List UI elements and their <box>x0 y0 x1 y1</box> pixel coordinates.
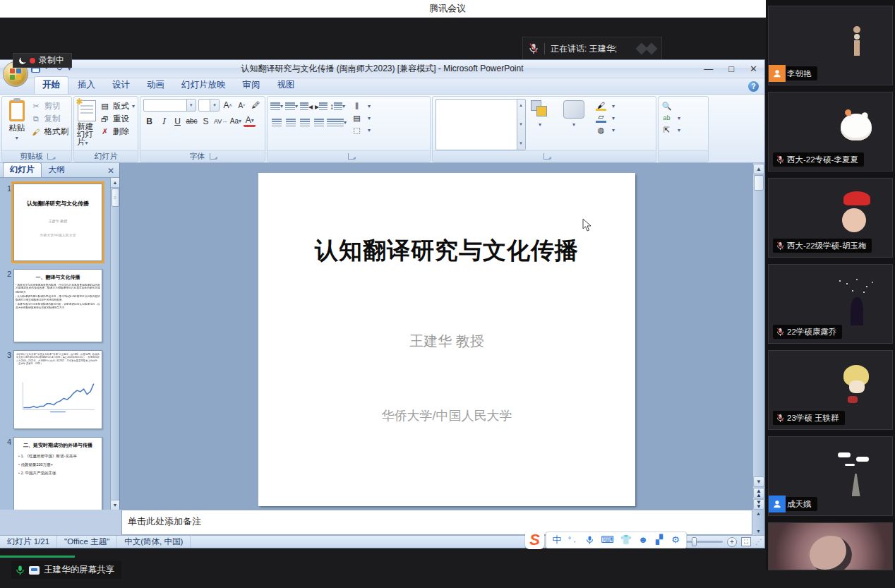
thumbnail-row-4[interactable]: 4 二、延安时期成功的外译与传播 1. 《红星照耀中国》斯诺-吴亮平 伦敦销量2… <box>3 437 108 510</box>
shapes-scrollbar[interactable]: ▲▼▼ <box>517 100 525 150</box>
next-slide-button[interactable]: ▼▼ <box>753 499 764 510</box>
strikethrough-button[interactable]: abc <box>186 115 198 127</box>
dialog-launcher-icon[interactable] <box>210 153 216 160</box>
voice-input-icon[interactable] <box>584 535 594 545</box>
current-slide[interactable]: 认知翻译研究与文化传播 王建华 教授 华侨大学/中国人民大学 <box>258 173 635 506</box>
notes-placeholder[interactable]: 单击此处添加备注 <box>128 516 201 527</box>
text-direction-button[interactable]: ⫼▾ <box>352 101 371 111</box>
cut-button[interactable]: ✂剪切 <box>31 101 69 112</box>
shape-fill-button[interactable]: 🖌▾ <box>596 101 615 111</box>
select-button[interactable]: ⇱▾ <box>661 125 680 135</box>
scroll-up-icon[interactable]: ▲ <box>111 178 120 188</box>
dialog-launcher-icon[interactable] <box>348 153 354 160</box>
scroll-up-icon[interactable]: ▲ <box>753 164 764 174</box>
help-icon[interactable]: ? <box>748 81 759 92</box>
slide-3-thumbnail[interactable]: 本研究以"文化外译""中国文化外译""外译"为主题词，在CNKI（中国知网）收集… <box>13 350 102 429</box>
tab-review[interactable]: 审阅 <box>235 77 268 94</box>
participant-tile[interactable]: 23学硕 王轶群 <box>768 350 893 430</box>
ppt-close-button[interactable]: ✕ <box>750 64 757 74</box>
participant-tile[interactable]: 西大-22专硕-李夏夏 <box>768 92 893 172</box>
participant-tile[interactable]: 西大-22级学硕-胡玉梅 <box>768 178 893 258</box>
sogou-logo-icon[interactable]: S <box>525 530 544 549</box>
thumbnail-row-1[interactable]: 1 认知翻译研究与文化传播 王建华 教授 华侨大学/中国人民大学 <box>3 184 108 261</box>
participant-tile[interactable]: 22学硕康露乔 <box>768 264 893 344</box>
punctuation-icon[interactable]: °， <box>568 535 578 545</box>
skin-icon[interactable]: 👕 <box>620 534 632 545</box>
previous-slide-button[interactable]: ▲▲ <box>753 488 764 498</box>
new-slide-button[interactable]: 新建幻灯片▾ <box>77 99 97 150</box>
shadow-button[interactable]: S <box>200 115 212 127</box>
increase-indent-button[interactable]: ▸ <box>315 100 328 112</box>
reset-button[interactable]: 🗗重设 <box>100 114 135 124</box>
resize-grip[interactable]: ⋰ <box>755 538 762 546</box>
settings-gear-icon[interactable]: ⚙ <box>671 534 680 545</box>
scroll-down-icon[interactable]: ▼ <box>111 500 120 510</box>
bold-button[interactable]: B <box>143 115 155 127</box>
slide-1-thumbnail[interactable]: 认知翻译研究与文化传播 王建华 教授 华侨大学/中国人民大学 <box>13 184 102 261</box>
shapes-gallery[interactable]: ▲▼▼ <box>436 99 526 150</box>
dialog-launcher-icon[interactable] <box>47 153 54 160</box>
justify-button[interactable] <box>313 116 325 128</box>
thumbnail-row-2[interactable]: 2 一、翻译与文化传播 高效的文化传播需要高质量的翻译。任何文化只有高质量地翻译… <box>3 269 108 342</box>
tab-home[interactable]: 开始 <box>34 76 68 94</box>
emoji-icon[interactable]: ☻ <box>638 534 648 545</box>
underline-button[interactable]: U <box>172 115 184 127</box>
paste-button[interactable]: 粘贴▾ <box>5 99 29 150</box>
tab-slideshow[interactable]: 幻灯片放映 <box>174 77 234 94</box>
align-text-button[interactable]: ▤▾ <box>352 113 371 123</box>
grow-font-button[interactable]: A˄ <box>222 100 234 112</box>
slide-4-thumbnail[interactable]: 二、延安时期成功的外译与传播 1. 《红星照耀中国》斯诺-吴亮平 伦敦销量230… <box>13 437 102 510</box>
fit-to-window-icon[interactable]: ⛶ <box>741 537 751 546</box>
tab-slides-thumbnails[interactable]: 幻灯片 <box>3 162 42 177</box>
dialog-launcher-icon[interactable] <box>543 153 550 160</box>
thumbnail-row-3[interactable]: 3 本研究以"文化外译""中国文化外译""外译"为主题词，在CNKI（中国知网）… <box>3 350 108 429</box>
tab-animations[interactable]: 动画 <box>139 77 172 94</box>
delete-slide-button[interactable]: ✗删除 <box>100 126 135 137</box>
tab-outline[interactable]: 大纲 <box>42 163 71 177</box>
panel-scrollbar[interactable]: ▲ ≡ ▼ <box>110 178 119 510</box>
scrollbar-thumb[interactable] <box>754 175 764 191</box>
tab-insert[interactable]: 插入 <box>70 77 103 94</box>
ppt-minimize-button[interactable]: — <box>704 64 713 74</box>
align-left-button[interactable] <box>270 116 282 128</box>
clear-formatting-button[interactable]: 🖉 <box>250 100 262 112</box>
font-name-combo[interactable]: ▾ <box>143 99 196 112</box>
slide-affiliation[interactable]: 华侨大学/中国人民大学 <box>258 407 635 424</box>
zoom-in-button[interactable]: + <box>727 537 737 547</box>
panel-close-icon[interactable]: ✕ <box>105 166 116 177</box>
convert-smartart-button[interactable]: ⬚▾ <box>352 125 371 135</box>
tab-view[interactable]: 视图 <box>270 77 303 94</box>
quick-styles-button[interactable]: ▾ <box>554 99 594 150</box>
main-vertical-scrollbar[interactable]: ▲ ▼ ▲▲ ▼▼ <box>752 163 764 510</box>
font-size-combo[interactable]: ▾ <box>198 99 220 112</box>
font-color-button[interactable]: A▾ <box>244 115 256 127</box>
scroll-down-icon[interactable]: ▼ <box>753 476 764 487</box>
numbering-button[interactable]: ▾ <box>285 100 298 112</box>
zoom-slider-thumb[interactable] <box>692 537 697 546</box>
toolbox-icon[interactable]: ▞ <box>654 534 664 545</box>
tab-design[interactable]: 设计 <box>104 77 138 94</box>
shrink-font-button[interactable]: A˅ <box>236 100 248 112</box>
soft-keyboard-icon[interactable]: ⌨ <box>601 534 614 545</box>
arrange-button[interactable]: ▾ <box>528 99 552 150</box>
shape-effects-button[interactable]: ◍▾ <box>596 125 615 135</box>
scrollbar-thumb[interactable]: ≡ <box>112 188 119 207</box>
layout-button[interactable]: ▤版式▾ <box>100 101 135 112</box>
bullets-button[interactable]: ▾ <box>270 100 283 112</box>
participant-tile[interactable]: 成天娥 <box>768 436 893 516</box>
notes-scrollbar[interactable]: ▲▼ <box>752 510 764 535</box>
find-button[interactable]: 🔍 <box>661 101 680 111</box>
format-painter-button[interactable]: 🖌格式刷 <box>31 126 69 137</box>
align-center-button[interactable] <box>284 116 296 128</box>
copy-button[interactable]: ⧉复制 <box>31 114 69 124</box>
shape-outline-button[interactable]: ▱▾ <box>596 113 615 123</box>
participant-tile[interactable]: 李朝艳 <box>768 6 893 85</box>
replace-button[interactable]: ab▾ <box>661 113 680 123</box>
slide-title[interactable]: 认知翻译研究与文化传播 <box>258 235 635 267</box>
italic-button[interactable]: I <box>157 115 169 127</box>
slide-2-thumbnail[interactable]: 一、翻译与文化传播 高效的文化传播需要高质量的翻译。任何文化只有高质量地翻译到目… <box>13 269 102 342</box>
character-spacing-button[interactable]: AV↔ <box>214 115 227 127</box>
slide-author[interactable]: 王建华 教授 <box>258 332 635 351</box>
ppt-maximize-button[interactable]: □ <box>728 64 734 74</box>
chinese-mode-icon[interactable]: 中 <box>552 534 562 546</box>
